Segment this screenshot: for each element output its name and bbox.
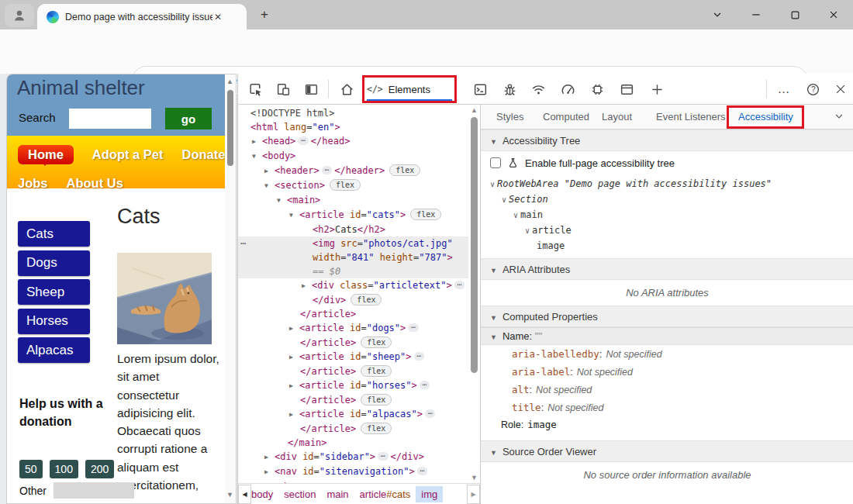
accessibility-tree-node[interactable]: image bbox=[481, 238, 853, 254]
scrollbar-thumb[interactable] bbox=[471, 117, 478, 373]
devtools-close-icon[interactable] bbox=[831, 80, 850, 98]
tree-chevron-icon[interactable]: ∨ bbox=[502, 195, 506, 204]
nav-item-about-us[interactable]: About Us bbox=[67, 176, 123, 191]
scrollbar-thumb[interactable] bbox=[227, 90, 233, 166]
node-menu-dots-icon[interactable]: ⋯ bbox=[240, 236, 247, 250]
tree-expanded-arrow-icon[interactable]: ▼ bbox=[252, 150, 262, 164]
sidebar-tab-layout[interactable]: Layout bbox=[602, 111, 632, 123]
dom-tree-node[interactable]: </article>flex bbox=[238, 336, 468, 350]
expand-ellipsis-icon[interactable]: ⋯ bbox=[298, 136, 308, 145]
nav-item-home[interactable]: Home bbox=[18, 145, 74, 164]
sidebar-button-alpacas[interactable]: Alpacas bbox=[18, 337, 90, 363]
nav-item-jobs[interactable]: Jobs bbox=[18, 176, 48, 191]
sidebar-button-dogs[interactable]: Dogs bbox=[18, 250, 90, 276]
section-aria-attributes[interactable]: ▼ARIA Attributes bbox=[481, 258, 853, 280]
tree-collapsed-arrow-icon[interactable]: ▶ bbox=[289, 379, 299, 393]
dom-tree-node[interactable]: </article>flex bbox=[238, 422, 468, 436]
device-emulation-icon[interactable] bbox=[274, 80, 292, 98]
sidebar-tab-event-listeners[interactable]: Event Listeners bbox=[656, 111, 726, 123]
donation-amount-button-100[interactable]: 100 bbox=[50, 460, 78, 478]
dom-tree-node[interactable]: ▼<section>flex bbox=[238, 178, 468, 193]
sidebar-button-sheep[interactable]: Sheep bbox=[18, 279, 90, 305]
other-amount-input[interactable] bbox=[54, 482, 134, 499]
section-accessibility-tree[interactable]: ▼Accessibility Tree bbox=[481, 129, 853, 151]
help-icon[interactable]: ? bbox=[803, 80, 822, 98]
scroll-down-icon[interactable]: ▼ bbox=[471, 474, 478, 482]
new-tab-button[interactable]: + bbox=[256, 6, 273, 23]
flex-badge[interactable]: flex bbox=[361, 365, 392, 377]
expand-ellipsis-icon[interactable]: ⋯ bbox=[454, 281, 464, 289]
add-panel-icon[interactable] bbox=[648, 80, 666, 98]
tree-collapsed-arrow-icon[interactable]: ▶ bbox=[252, 135, 262, 149]
donation-amount-button-50[interactable]: 50 bbox=[19, 460, 43, 478]
dom-tree-node[interactable]: ▶<article id="dogs">⋯ bbox=[238, 321, 468, 336]
section-source-order-viewer[interactable]: ▼Source Order Viewer bbox=[481, 440, 853, 462]
expand-ellipsis-icon[interactable]: ⋯ bbox=[378, 452, 388, 461]
tab-close-icon[interactable]: ✕ bbox=[214, 12, 222, 22]
flex-badge[interactable]: flex bbox=[410, 209, 441, 220]
dom-tree-node[interactable]: ▶<article id="horses">⋯ bbox=[238, 378, 468, 393]
network-wifi-icon[interactable] bbox=[529, 80, 547, 98]
expand-ellipsis-icon[interactable]: ⋯ bbox=[425, 409, 435, 418]
scroll-down-icon[interactable]: ▼ bbox=[226, 491, 233, 499]
memory-chip-icon[interactable] bbox=[588, 80, 606, 98]
performance-icon[interactable] bbox=[558, 80, 577, 98]
computed-name-row[interactable]: ▼Name: "" bbox=[481, 327, 853, 345]
tree-collapsed-arrow-icon[interactable]: ▶ bbox=[302, 279, 312, 293]
console-icon[interactable] bbox=[471, 80, 489, 98]
dom-tree-node[interactable]: ▼<article id="cats">flex bbox=[238, 208, 468, 223]
scroll-up-icon[interactable]: ▲ bbox=[226, 78, 233, 85]
flex-badge[interactable]: flex bbox=[351, 294, 382, 306]
home-icon[interactable] bbox=[337, 80, 356, 98]
dom-tree-node[interactable]: ▶<div id="sidebar">⋯</div> bbox=[238, 450, 468, 464]
tree-chevron-icon[interactable]: ∨ bbox=[490, 180, 495, 188]
sidebar-button-cats[interactable]: Cats bbox=[18, 221, 90, 247]
tree-chevron-icon[interactable]: ∨ bbox=[513, 211, 518, 219]
minimize-icon[interactable] bbox=[737, 0, 775, 29]
expand-ellipsis-icon[interactable]: ⋯ bbox=[322, 166, 332, 174]
close-window-icon[interactable] bbox=[814, 0, 853, 29]
tree-collapsed-arrow-icon[interactable]: ▶ bbox=[264, 465, 275, 479]
expand-ellipsis-icon[interactable]: ⋯ bbox=[417, 467, 427, 475]
sidebar-tab-accessibility[interactable]: Accessibility bbox=[738, 111, 793, 123]
profile-avatar[interactable] bbox=[5, 4, 34, 27]
dom-tree-node[interactable]: ▶<header>⋯</header>flex bbox=[238, 164, 468, 178]
tab-elements[interactable]: </> Elements bbox=[367, 78, 430, 101]
dom-tree-node[interactable]: ▶<article id="alpacas">⋯ bbox=[238, 407, 468, 422]
browser-tab[interactable]: Demo page with accessibility issues ✕ bbox=[37, 4, 247, 29]
tree-collapsed-arrow-icon[interactable]: ▶ bbox=[264, 450, 275, 464]
flex-badge[interactable]: flex bbox=[361, 423, 392, 434]
breadcrumb-item[interactable]: article#cats bbox=[354, 486, 416, 502]
tree-collapsed-arrow-icon[interactable]: ▶ bbox=[289, 322, 299, 336]
sidebar-button-horses[interactable]: Horses bbox=[18, 309, 90, 334]
nav-item-adopt-a-pet[interactable]: Adopt a Pet bbox=[92, 147, 164, 162]
dom-tree-node[interactable]: </article>flex bbox=[238, 364, 468, 378]
breadcrumb-right-icon[interactable]: ▶ bbox=[467, 485, 480, 504]
scroll-up-icon[interactable]: ▲ bbox=[471, 106, 478, 114]
dom-tree-node[interactable]: ▼<main> bbox=[238, 193, 468, 208]
tree-collapsed-arrow-icon[interactable]: ▶ bbox=[289, 350, 299, 364]
sidebar-tab-computed[interactable]: Computed bbox=[543, 111, 589, 123]
flex-badge[interactable]: flex bbox=[361, 394, 392, 406]
tree-expanded-arrow-icon[interactable]: ▼ bbox=[277, 194, 287, 208]
dom-tree-node[interactable]: ▼<body> bbox=[238, 149, 468, 164]
flex-badge[interactable]: flex bbox=[330, 179, 361, 191]
tab-actions-chevron-icon[interactable] bbox=[698, 0, 737, 29]
enable-tree-checkbox[interactable] bbox=[490, 157, 501, 168]
dom-tree-node[interactable]: </article>flex bbox=[238, 393, 468, 407]
devtools-more-options-icon[interactable]: … bbox=[775, 80, 793, 98]
dom-tree-node[interactable]: ▶<head>⋯</head> bbox=[238, 134, 468, 149]
maximize-icon[interactable] bbox=[775, 0, 814, 29]
expand-ellipsis-icon[interactable]: ⋯ bbox=[420, 381, 430, 389]
dom-tree-node[interactable]: <h2>Cats</h2> bbox=[238, 223, 468, 236]
accessibility-tree-node[interactable]: ∨main bbox=[481, 207, 853, 223]
page-scrollbar[interactable]: ▲ ▼ bbox=[225, 74, 236, 503]
flex-badge[interactable]: flex bbox=[361, 337, 392, 348]
dom-scrollbar[interactable]: ▲ ▼ bbox=[468, 105, 480, 483]
dom-tree-node[interactable]: ▶<div class="articletext">⋯ bbox=[238, 278, 468, 293]
tree-chevron-icon[interactable]: ∨ bbox=[525, 226, 530, 235]
dom-tree-node[interactable]: ▶<article id="sheep">⋯ bbox=[238, 350, 468, 364]
dock-side-icon[interactable] bbox=[302, 80, 320, 98]
dom-tree-node[interactable]: <!DOCTYPE html> bbox=[238, 106, 468, 120]
dom-tree-node[interactable]: </article> bbox=[238, 307, 468, 321]
